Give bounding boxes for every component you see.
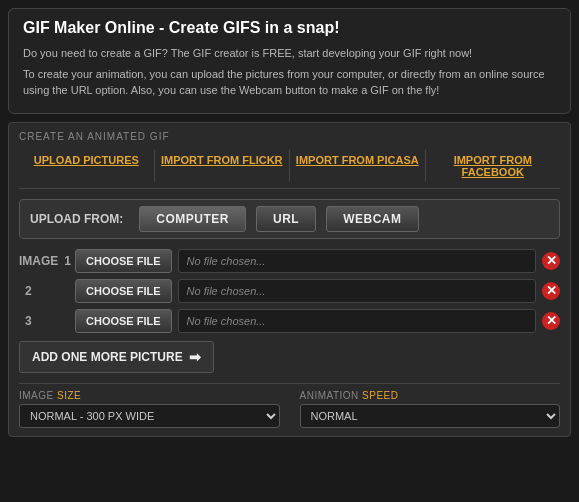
image-size-label: IMAGE SIZE	[19, 390, 280, 401]
image-label-1: IMAGE 1	[19, 254, 69, 268]
desc1: Do you need to create a GIF? The GIF cre…	[23, 45, 556, 62]
remove-btn-1[interactable]: ✕	[542, 252, 560, 270]
animation-speed-highlight: SPEED	[362, 390, 398, 401]
tab-import-facebook[interactable]: IMPORT FROM FACEBOOK	[426, 150, 561, 182]
image-label-3: 3	[19, 314, 69, 328]
image-size-group: IMAGE SIZE NORMAL - 300 PX WIDE SMALL - …	[19, 390, 280, 428]
image-num-1: 1	[64, 254, 71, 268]
upload-from-label: UPLOAD FROM:	[30, 212, 123, 226]
arrow-right-icon: ➡	[189, 349, 201, 365]
source-btn-computer[interactable]: COMPUTER	[139, 206, 246, 232]
image-label-2: 2	[19, 284, 69, 298]
file-input-2: No file chosen...	[178, 279, 536, 303]
choose-file-btn-3[interactable]: CHOOSE FILE	[75, 309, 172, 333]
remove-btn-2[interactable]: ✕	[542, 282, 560, 300]
table-row: 2 CHOOSE FILE No file chosen... ✕	[19, 279, 560, 303]
image-label-text: IMAGE	[19, 390, 57, 401]
choose-file-btn-1[interactable]: CHOOSE FILE	[75, 249, 172, 273]
animation-speed-select[interactable]: NORMAL FAST SLOW	[300, 404, 561, 428]
animation-speed-label: ANIMATION SPEED	[300, 390, 561, 401]
page-title: GIF Maker Online - Create GIFS in a snap…	[23, 19, 556, 37]
choose-file-btn-2[interactable]: CHOOSE FILE	[75, 279, 172, 303]
tab-import-picasa[interactable]: IMPORT FROM PICASA	[290, 150, 426, 182]
image-num-3: 3	[25, 314, 32, 328]
image-size-select[interactable]: NORMAL - 300 PX WIDE SMALL - 200 PX WIDE…	[19, 404, 280, 428]
remove-btn-3[interactable]: ✕	[542, 312, 560, 330]
image-rows: IMAGE 1 CHOOSE FILE No file chosen... ✕ …	[19, 249, 560, 333]
animation-speed-group: ANIMATION SPEED NORMAL FAST SLOW	[300, 390, 561, 428]
image-word: IMAGE	[19, 254, 58, 268]
animation-label-text: ANIMATION	[300, 390, 363, 401]
table-row: 3 CHOOSE FILE No file chosen... ✕	[19, 309, 560, 333]
image-num-2: 2	[25, 284, 32, 298]
image-size-highlight: SIZE	[57, 390, 81, 401]
source-btn-url[interactable]: URL	[256, 206, 316, 232]
settings-row: IMAGE SIZE NORMAL - 300 PX WIDE SMALL - …	[19, 383, 560, 428]
upload-from-row: UPLOAD FROM: COMPUTER URL WEBCAM	[19, 199, 560, 239]
file-input-3: No file chosen...	[178, 309, 536, 333]
tab-upload-pictures[interactable]: UPLOAD PICTURES	[19, 150, 155, 182]
main-panel: CREATE AN ANIMATED GIF UPLOAD PICTURES I…	[8, 122, 571, 437]
file-input-1: No file chosen...	[178, 249, 536, 273]
tab-import-flickr[interactable]: IMPORT FROM FLICKR	[155, 150, 291, 182]
source-btn-webcam[interactable]: WEBCAM	[326, 206, 418, 232]
section-title: CREATE AN ANIMATED GIF	[19, 131, 560, 142]
add-more-label: ADD ONE MORE PICTURE	[32, 350, 183, 364]
header-panel: GIF Maker Online - Create GIFS in a snap…	[8, 8, 571, 114]
add-more-picture-button[interactable]: ADD ONE MORE PICTURE ➡	[19, 341, 214, 373]
table-row: IMAGE 1 CHOOSE FILE No file chosen... ✕	[19, 249, 560, 273]
desc2: To create your animation, you can upload…	[23, 66, 556, 99]
tabs-row: UPLOAD PICTURES IMPORT FROM FLICKR IMPOR…	[19, 150, 560, 189]
